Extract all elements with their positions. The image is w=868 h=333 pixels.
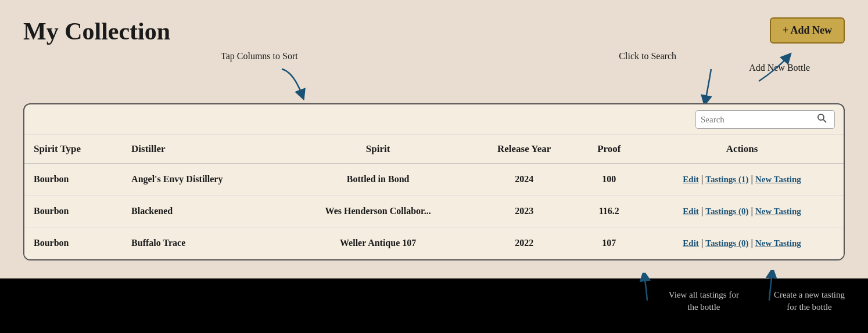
sep-3b: | [751,238,753,248]
search-input[interactable] [701,115,817,125]
new-tasting-link-2[interactable]: New Tasting [755,207,801,216]
sep-1b: | [751,174,753,184]
cell-proof-1: 100 [578,164,640,196]
col-proof[interactable]: Proof [578,135,640,164]
col-actions: Actions [640,135,844,164]
tastings-link-1[interactable]: Tastings (1) [705,175,748,184]
sep-2b: | [751,206,753,216]
sep-1a: | [701,174,704,184]
new-tasting-link-1[interactable]: New Tasting [755,175,801,184]
click-search-annotation: Click to Search [619,51,676,61]
annotation-area: Tap Columns to Sort Click to Search Add … [23,51,845,103]
create-tasting-annotation: Create a new tasting for the bottle [774,289,845,313]
cell-spirit-type-1: Bourbon [24,164,122,196]
svg-line-1 [823,120,826,122]
svg-point-0 [818,114,824,120]
col-spirit-type[interactable]: Spirit Type [24,135,122,164]
table-container: Spirit Type Distiller Spirit Release Yea… [23,103,845,260]
sep-3a: | [701,238,704,248]
create-tasting-arrow-container [758,270,781,304]
table-header-row: Spirit Type Distiller Spirit Release Yea… [24,135,844,164]
cell-actions-1: Edit|Tastings (1)|New Tasting [640,164,844,196]
page-wrapper: My Collection + Add New Tap Columns to S… [0,0,868,278]
table-row: Bourbon Buffalo Trace Weller Antique 107… [24,227,844,259]
col-spirit[interactable]: Spirit [286,135,471,164]
add-new-button[interactable]: + Add New [770,17,845,44]
cell-year-1: 2024 [471,164,578,196]
cell-distiller-1: Angel's Envy Distillery [122,164,285,196]
cell-spirit-2: Wes Henderson Collabor... [286,196,471,227]
search-icon [817,113,827,124]
cell-actions-2: Edit|Tastings (0)|New Tasting [640,196,844,227]
table-row: Bourbon Blackened Wes Henderson Collabor… [24,196,844,227]
page-header: My Collection + Add New [23,17,845,45]
view-tastings-annotation: View all tastings for the bottle [669,289,739,313]
cell-spirit-type-2: Bourbon [24,196,122,227]
tastings-link-3[interactable]: Tastings (0) [705,238,748,248]
page-title: My Collection [23,17,170,45]
add-new-bottle-arrow [747,52,794,84]
edit-link-2[interactable]: Edit [683,207,699,216]
table-toolbar [24,104,844,135]
cell-spirit-3: Weller Antique 107 [286,227,471,259]
cell-distiller-2: Blackened [122,196,285,227]
tap-columns-arrow [276,66,311,101]
create-tasting-arrow [758,270,781,302]
table-body: Bourbon Angel's Envy Distillery Bottled … [24,164,844,259]
cell-proof-2: 116.2 [578,196,640,227]
collection-table: Spirit Type Distiller Spirit Release Yea… [24,135,844,259]
edit-link-3[interactable]: Edit [683,238,699,248]
bottom-bar: View all tastings for the bottle Create … [0,278,868,333]
view-tastings-arrow-container [636,273,659,304]
cell-distiller-3: Buffalo Trace [122,227,285,259]
cell-spirit-type-3: Bourbon [24,227,122,259]
new-tasting-link-3[interactable]: New Tasting [755,238,801,248]
cell-year-3: 2022 [471,227,578,259]
view-tastings-arrow [636,273,659,302]
sep-2a: | [701,206,704,216]
search-wrapper [695,110,835,129]
col-distiller[interactable]: Distiller [122,135,285,164]
edit-link-1[interactable]: Edit [683,175,699,184]
cell-year-2: 2023 [471,196,578,227]
tap-columns-annotation: Tap Columns to Sort [221,51,298,61]
table-row: Bourbon Angel's Envy Distillery Bottled … [24,164,844,196]
col-release-year[interactable]: Release Year [471,135,578,164]
click-search-arrow [697,66,726,104]
tastings-link-2[interactable]: Tastings (0) [705,207,748,216]
cell-actions-3: Edit|Tastings (0)|New Tasting [640,227,844,259]
search-icon-button[interactable] [817,113,827,126]
cell-proof-3: 107 [578,227,640,259]
cell-spirit-1: Bottled in Bond [286,164,471,196]
